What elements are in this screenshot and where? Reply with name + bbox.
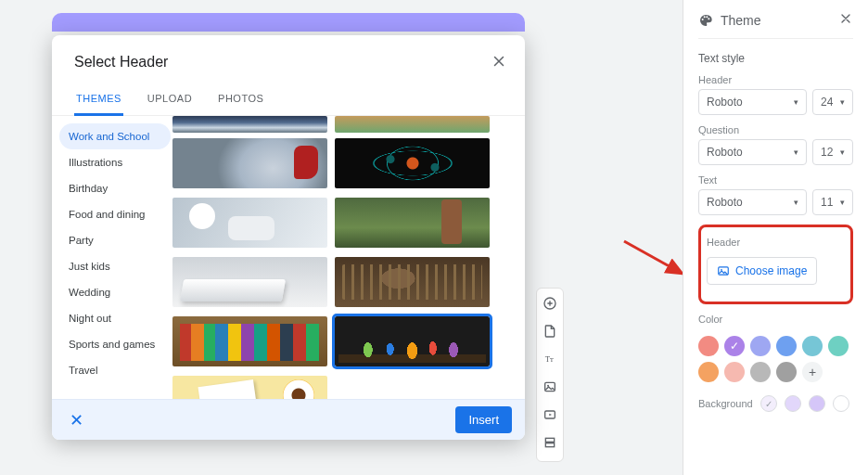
- dialog-cancel-button[interactable]: ✕: [65, 410, 87, 430]
- header-thumbnail[interactable]: [172, 198, 327, 248]
- header-thumbnail[interactable]: [335, 257, 490, 307]
- category-list: Work and School Illustrations Birthday F…: [52, 116, 171, 399]
- color-swatches: +: [698, 336, 853, 382]
- color-swatch-add[interactable]: +: [802, 362, 823, 382]
- color-swatch[interactable]: [828, 336, 849, 356]
- color-swatch[interactable]: [776, 336, 797, 356]
- header-thumbnail[interactable]: [172, 257, 327, 307]
- category-item[interactable]: Party: [59, 227, 171, 253]
- header-thumbnail[interactable]: [335, 116, 490, 133]
- select-header-dialog: Select Header THEMES UPLOAD PHOTOS Work …: [52, 35, 525, 440]
- form-header-strip: [52, 13, 525, 32]
- add-question-icon[interactable]: [542, 296, 557, 315]
- add-title-icon[interactable]: Tт: [542, 352, 557, 370]
- text-font-select[interactable]: Roboto▾: [698, 189, 807, 215]
- header-thumbnail[interactable]: [172, 116, 327, 133]
- color-swatch[interactable]: [698, 336, 719, 356]
- question-size-select[interactable]: 12▾: [812, 139, 853, 165]
- add-section-icon[interactable]: [542, 435, 557, 454]
- question-font-label: Question: [698, 124, 853, 135]
- header-thumbnail-selected[interactable]: [335, 316, 490, 366]
- category-item[interactable]: Travel: [59, 357, 171, 383]
- background-swatch[interactable]: [809, 395, 825, 412]
- text-size-select[interactable]: 11▾: [812, 189, 853, 215]
- dialog-tabs: THEMES UPLOAD PHOTOS: [52, 83, 525, 116]
- color-swatch-selected[interactable]: [724, 336, 745, 356]
- color-swatch[interactable]: [750, 336, 771, 356]
- choose-image-label: Choose image: [735, 264, 807, 277]
- header-thumbnail[interactable]: [335, 198, 490, 248]
- dialog-footer: ✕ Insert: [52, 399, 525, 440]
- insert-button[interactable]: Insert: [455, 406, 512, 433]
- header-thumbnail[interactable]: [172, 376, 327, 399]
- svg-rect-5: [545, 438, 554, 442]
- svg-text:Tт: Tт: [545, 354, 554, 364]
- category-item[interactable]: Just kids: [59, 253, 171, 279]
- header-thumbnail[interactable]: [172, 316, 327, 366]
- add-video-icon[interactable]: [542, 407, 557, 426]
- category-item[interactable]: Night out: [59, 305, 171, 331]
- category-item[interactable]: Food and dining: [59, 201, 171, 227]
- question-font-select[interactable]: Roboto▾: [698, 139, 807, 165]
- color-swatch[interactable]: [724, 362, 745, 382]
- header-image-section: Header Choose image: [698, 225, 853, 304]
- dialog-close-button[interactable]: [486, 48, 512, 74]
- category-item[interactable]: Work and School: [59, 123, 171, 149]
- thumbnail-grid: [171, 116, 525, 399]
- color-swatch[interactable]: [802, 336, 823, 356]
- svg-rect-6: [545, 443, 554, 447]
- category-item[interactable]: Sports and games: [59, 331, 171, 357]
- background-swatch-selected[interactable]: [760, 395, 777, 412]
- color-swatch[interactable]: [698, 362, 719, 382]
- theme-panel: Theme Text style Header Roboto▾ 24▾ Ques…: [683, 0, 868, 475]
- text-font-label: Text: [698, 174, 853, 186]
- import-questions-icon[interactable]: [542, 324, 557, 342]
- color-swatch[interactable]: [750, 362, 771, 382]
- color-swatch[interactable]: [776, 362, 797, 382]
- header-thumbnail[interactable]: [172, 138, 327, 188]
- header-font-label: Header: [698, 74, 853, 85]
- category-item[interactable]: Wedding: [59, 279, 171, 305]
- theme-panel-close-icon[interactable]: [838, 11, 853, 29]
- theme-panel-title: Theme: [721, 13, 761, 28]
- header-font-select[interactable]: Roboto▾: [698, 89, 807, 115]
- category-item[interactable]: Illustrations: [59, 149, 171, 175]
- palette-icon: [698, 13, 713, 28]
- svg-point-8: [721, 269, 722, 271]
- header-image-label: Header: [707, 237, 845, 248]
- tab-photos[interactable]: PHOTOS: [216, 83, 265, 115]
- background-swatch[interactable]: [785, 395, 801, 412]
- background-row: Background: [698, 395, 853, 412]
- tab-themes[interactable]: THEMES: [74, 83, 123, 116]
- dialog-title: Select Header: [74, 54, 503, 71]
- category-item[interactable]: Birthday: [59, 175, 171, 201]
- text-style-title: Text style: [698, 52, 853, 65]
- background-swatch[interactable]: [833, 395, 849, 412]
- image-icon: [717, 264, 730, 277]
- form-side-toolbar: Tт: [536, 288, 564, 462]
- tab-upload[interactable]: UPLOAD: [146, 83, 194, 115]
- color-label: Color: [698, 314, 853, 325]
- header-thumbnail[interactable]: [335, 138, 490, 188]
- choose-image-button[interactable]: Choose image: [707, 257, 817, 285]
- add-image-icon[interactable]: [542, 379, 557, 398]
- background-label: Background: [698, 398, 753, 409]
- header-size-select[interactable]: 24▾: [812, 89, 853, 115]
